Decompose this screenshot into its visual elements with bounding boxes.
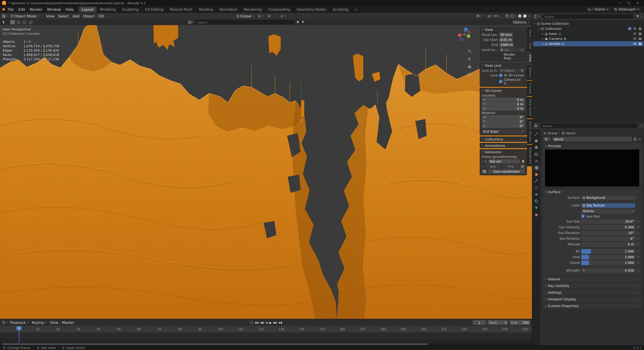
- panel-3d-cursor-header[interactable]: ▾3D Cursor: [480, 88, 527, 93]
- snap-toggle[interactable]: [266, 14, 272, 17]
- hide-eye-icon[interactable]: [633, 32, 636, 35]
- param-slider-air[interactable]: 1.000: [581, 249, 636, 254]
- timeline-menu-keying[interactable]: Keying▾: [30, 321, 48, 325]
- previous-keyframe-button[interactable]: ◀◀: [260, 321, 264, 324]
- expand-icon[interactable]: ▾: [537, 27, 540, 30]
- workspace-tab-scripting[interactable]: Scripting: [330, 6, 352, 12]
- select-mode-intersect-button[interactable]: ▢: [28, 20, 33, 24]
- playhead-frame-badge[interactable]: 1: [16, 326, 22, 330]
- editor-type-3dview-icon[interactable]: ▾: [2, 14, 8, 18]
- disable-render-icon[interactable]: [638, 27, 642, 30]
- navigation-gizmo[interactable]: z x: [457, 27, 472, 42]
- proportional-edit-toggle[interactable]: ◎▾: [280, 14, 287, 17]
- panel-annotations-header[interactable]: ▸Annotations: [480, 143, 527, 148]
- maximize-button[interactable]: □: [624, 0, 633, 6]
- snap-settings-dropdown[interactable]: ▾: [274, 14, 278, 17]
- orthographic-toggle-icon[interactable]: [467, 72, 472, 77]
- cursor-rotation-z[interactable]: Z0°: [482, 124, 525, 128]
- properties-search-input[interactable]: [540, 123, 638, 128]
- gear-icon[interactable]: [521, 160, 525, 163]
- decorator-dot[interactable]: [637, 237, 639, 240]
- editor-type-outliner-icon[interactable]: ▾: [534, 14, 540, 18]
- blender-logo-icon[interactable]: [1, 7, 5, 11]
- sidebar-tab-create[interactable]: Create: [527, 81, 532, 96]
- camera-view-icon[interactable]: [467, 64, 472, 69]
- section-ray-visibility-header[interactable]: ▸Ray Visibility: [542, 283, 642, 289]
- gizmos-toggle[interactable]: ◎▾: [488, 14, 492, 18]
- expand-icon[interactable]: ▸: [541, 32, 544, 35]
- viewport-canvas[interactable]: User Perspective (1) Collection | terrai…: [0, 25, 532, 319]
- decorator-dot[interactable]: [637, 256, 639, 258]
- workspace-tab-shading[interactable]: Shading: [196, 6, 216, 12]
- breadcrumb-scene[interactable]: Scene: [548, 131, 558, 135]
- rotation-mode-dropdown[interactable]: XYZ Euler▾: [482, 129, 525, 134]
- param-slider-altitude[interactable]: 0 m: [581, 242, 636, 247]
- sidebar-tab-item[interactable]: Item: [527, 27, 532, 39]
- world-browse-dropdown[interactable]: ▾: [543, 137, 551, 142]
- sidebar-tab-blenderkit[interactable]: BlenderKit: [527, 145, 532, 166]
- timeline-scrollbar-thumb[interactable]: [2, 343, 428, 345]
- menu-edit[interactable]: Edit: [16, 6, 28, 12]
- sidebar-tab-view[interactable]: View: [527, 52, 532, 64]
- workspace-tab-animation[interactable]: Animation: [216, 6, 241, 12]
- decorator-dot[interactable]: [637, 262, 639, 264]
- mode-dropdown[interactable]: Object Mode▾: [8, 14, 40, 18]
- lock-3d-cursor-checkbox[interactable]: [499, 74, 502, 77]
- tab-world[interactable]: [533, 164, 540, 171]
- sky-type-dropdown[interactable]: Nishita▾: [581, 209, 635, 213]
- shading-rendered-button[interactable]: [524, 14, 527, 17]
- sidebar-tab-bloom[interactable]: Bloom: [527, 65, 532, 80]
- overlays-toggle[interactable]: ▾: [494, 14, 500, 18]
- tab-modifiers[interactable]: [532, 178, 540, 184]
- jump-to-end-button[interactable]: ▶▮: [279, 321, 282, 324]
- jump-to-start-button[interactable]: ▮◀: [255, 321, 258, 324]
- shading-dropdown[interactable]: ▾: [529, 14, 530, 17]
- play-reverse-button[interactable]: ◀: [266, 321, 267, 324]
- timeline-ruler[interactable]: 1 10 20 30 40 50 60 70 80 90 100 110 120…: [0, 326, 532, 333]
- active-tool-select-box-icon[interactable]: [2, 20, 6, 24]
- hide-eye-icon[interactable]: [633, 42, 636, 46]
- decorator-dot[interactable]: [637, 269, 639, 272]
- expand-icon[interactable]: ▸: [541, 42, 544, 45]
- tab-tool[interactable]: [532, 131, 540, 137]
- workspace-tab-uv-editing[interactable]: UV Editing: [142, 6, 167, 12]
- breadcrumb-world[interactable]: World: [566, 131, 575, 135]
- decorator-dot[interactable]: [637, 243, 639, 245]
- frame-end-field[interactable]: End250: [510, 320, 530, 325]
- workspace-tab-rendering[interactable]: Rendering: [241, 6, 265, 12]
- close-button[interactable]: ×: [633, 0, 642, 6]
- unlink-datablock-icon[interactable]: ×: [638, 137, 641, 141]
- geo-button[interactable]: Geo: [485, 164, 501, 169]
- viewport-menu-gis[interactable]: GIS: [97, 14, 106, 18]
- viewport-menu-select[interactable]: Select: [57, 14, 70, 18]
- sun-disc-checkbox[interactable]: [581, 215, 585, 218]
- workspace-tab-layout[interactable]: Layout: [79, 6, 96, 12]
- panel-view-header[interactable]: ▾View: [480, 27, 527, 32]
- tab-render[interactable]: [532, 137, 540, 144]
- panel-geoscene-header[interactable]: ▾Geoscene: [480, 149, 527, 155]
- panel-collections-header[interactable]: ▸Collections: [480, 136, 527, 142]
- section-surface-header[interactable]: ▾Surface: [542, 189, 642, 195]
- menu-render[interactable]: Render: [28, 6, 45, 12]
- outliner-row-scene-collection[interactable]: ▾ Scene Collection: [533, 21, 643, 26]
- decorator-dot[interactable]: [637, 232, 639, 234]
- decorator-dot[interactable]: [637, 250, 639, 252]
- menu-window[interactable]: Window: [45, 6, 64, 12]
- expand-icon[interactable]: ▸: [482, 160, 484, 163]
- frame-start-field[interactable]: Start1: [487, 320, 508, 325]
- tab-physics[interactable]: [532, 191, 540, 198]
- collection-exclude-checkbox[interactable]: [628, 27, 631, 30]
- show-object-types-dropdown[interactable]: ▾: [476, 14, 482, 18]
- sidebar-tab-earth-studio[interactable]: Earth Studio: [527, 119, 532, 144]
- tab-object[interactable]: ■: [532, 171, 540, 178]
- surface-shader-field[interactable]: Background: [581, 195, 635, 200]
- viewport-menu-object[interactable]: Object: [82, 14, 96, 18]
- unlink-scene-icon[interactable]: ×: [606, 7, 609, 11]
- editor-type-timeline-icon[interactable]: ▾: [2, 321, 8, 325]
- bookmark-icon[interactable]: [296, 20, 299, 24]
- cursor-location-z[interactable]: Z0 m: [482, 106, 525, 111]
- next-keyframe-button[interactable]: ▶▶: [274, 321, 277, 324]
- menu-file[interactable]: File: [5, 6, 16, 12]
- geo-coordinates-button[interactable]: Geo-coordinates: [488, 169, 525, 174]
- editor-type-properties-icon[interactable]: [534, 124, 538, 128]
